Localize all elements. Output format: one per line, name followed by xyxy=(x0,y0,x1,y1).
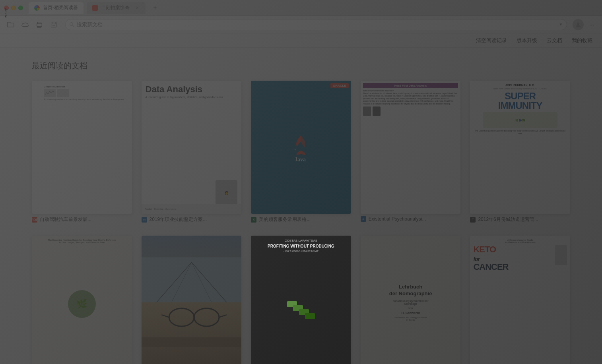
book-cover-8: COSTAS LAPAVITSAS PROFITING WITHOUT PROD… xyxy=(251,236,351,364)
book-item-8[interactable]: COSTAS LAPAVITSAS PROFITING WITHOUT PROD… xyxy=(251,236,351,364)
books-row-2: The Essential Nutrition Guide for Boosti… xyxy=(32,236,570,364)
main-content: 最近阅读的文档 Article Graphical Abstract xyxy=(0,48,602,364)
svg-rect-21 xyxy=(305,313,315,319)
